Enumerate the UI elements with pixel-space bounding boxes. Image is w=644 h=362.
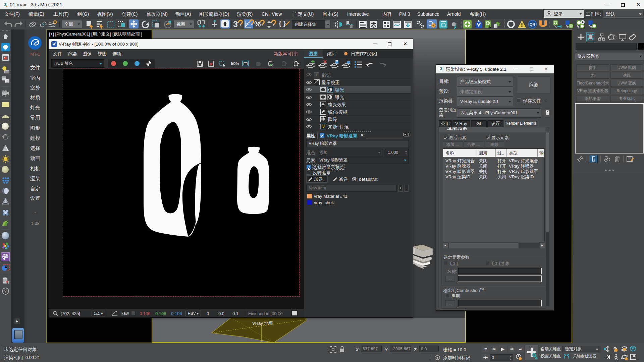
svg-text:QR: QR [530,22,535,26]
svg-text:VRay 地坪: VRay 地坪 [252,321,273,326]
svg-text:?: ? [4,289,7,294]
